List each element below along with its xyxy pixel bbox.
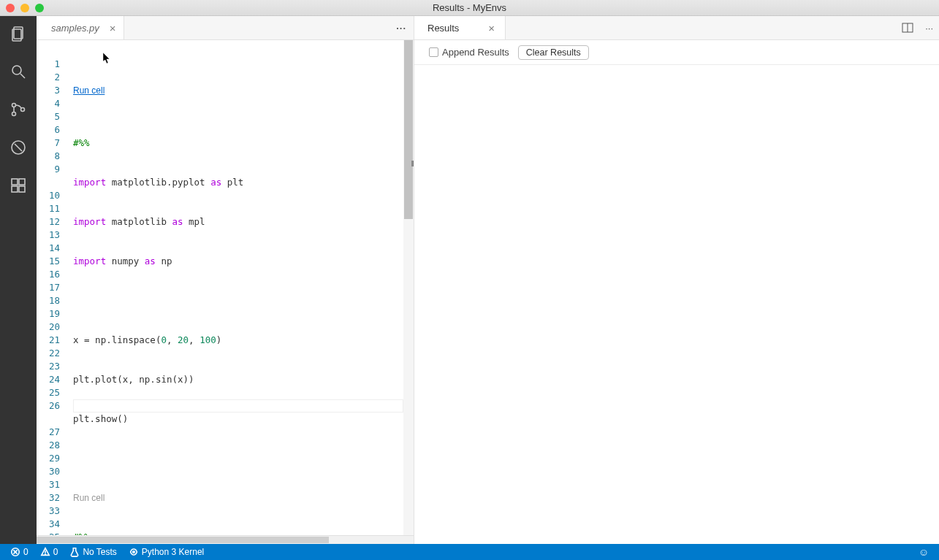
checkbox-icon[interactable] — [429, 47, 438, 57]
svg-point-19 — [45, 554, 45, 555]
status-bar: 0 0 No Tests Python 3 Kernel ☺ — [0, 544, 939, 560]
svg-point-2 — [12, 66, 21, 74]
debug-icon[interactable] — [9, 139, 27, 156]
explorer-icon[interactable] — [9, 25, 27, 42]
horizontal-scrollbar[interactable] — [37, 535, 414, 544]
run-cell-codelens[interactable]: Run cell — [73, 491, 414, 505]
minimize-window-button[interactable] — [20, 4, 29, 12]
svg-line-3 — [20, 74, 25, 78]
workspace: samples.py × ··· 1 2 3 4 5 6 7 — [0, 16, 939, 544]
close-icon[interactable]: × — [110, 22, 116, 34]
results-pane: Results × ··· Append Results Clear Resul… — [414, 16, 939, 544]
zoom-window-button[interactable] — [35, 4, 44, 12]
svg-rect-10 — [19, 179, 25, 185]
svg-point-5 — [12, 112, 16, 116]
line-gutter: 1 2 3 4 5 6 7 8 9 10 11 12 13 1 — [37, 40, 73, 535]
results-tab-label: Results — [427, 23, 459, 34]
svg-point-20 — [133, 551, 135, 553]
clear-results-button[interactable]: Clear Results — [518, 45, 589, 60]
traffic-lights — [6, 4, 44, 12]
activity-bar — [0, 16, 37, 544]
svg-point-6 — [21, 108, 25, 112]
status-tests[interactable]: No Tests — [65, 547, 121, 557]
status-errors[interactable]: 0 — [6, 547, 33, 557]
search-icon[interactable] — [9, 63, 27, 80]
svg-rect-11 — [12, 186, 18, 192]
window-title: Results - MyEnvs — [433, 2, 506, 13]
append-results-checkbox[interactable]: Append Results — [429, 47, 509, 58]
h-scrollbar-thumb[interactable] — [37, 537, 329, 543]
code-editor[interactable]: 1 2 3 4 5 6 7 8 9 10 11 12 13 1 — [37, 40, 414, 535]
results-more-icon[interactable]: ··· — [919, 16, 939, 39]
tab-label: samples.py — [51, 23, 99, 34]
feedback-icon[interactable]: ☺ — [914, 546, 933, 558]
scrollbar-thumb[interactable] — [404, 40, 413, 219]
extensions-icon[interactable] — [9, 177, 27, 194]
svg-rect-12 — [19, 186, 25, 192]
editor-pane: samples.py × ··· 1 2 3 4 5 6 7 — [37, 16, 414, 544]
code-content[interactable]: Run cell #%% import matplotlib.pyplot as… — [73, 40, 414, 535]
results-tab-row: Results × ··· — [414, 16, 939, 40]
vertical-scrollbar[interactable] — [403, 40, 414, 535]
title-bar: Results - MyEnvs — [0, 0, 939, 16]
run-cell-codelens[interactable]: Run cell — [73, 84, 414, 97]
svg-point-4 — [12, 104, 16, 107]
results-content — [414, 65, 939, 544]
tab-samples-py[interactable]: samples.py × — [37, 16, 124, 39]
status-kernel[interactable]: Python 3 Kernel — [124, 547, 208, 557]
editor-tab-row: samples.py × ··· — [37, 16, 414, 40]
close-icon[interactable]: × — [488, 22, 495, 34]
editor-more-icon[interactable]: ··· — [389, 16, 414, 39]
svg-rect-9 — [12, 179, 18, 185]
split-editor-icon[interactable] — [896, 16, 919, 39]
close-window-button[interactable] — [6, 4, 15, 12]
cursor-pointer-icon — [99, 52, 111, 66]
svg-line-8 — [15, 144, 22, 151]
status-warnings[interactable]: 0 — [36, 547, 63, 557]
editor-area: samples.py × ··· 1 2 3 4 5 6 7 — [37, 16, 939, 544]
source-control-icon[interactable] — [9, 101, 27, 118]
results-toolbar: Append Results Clear Results — [414, 40, 939, 65]
minimap-marker — [411, 161, 414, 166]
tab-results[interactable]: Results × — [414, 16, 506, 39]
